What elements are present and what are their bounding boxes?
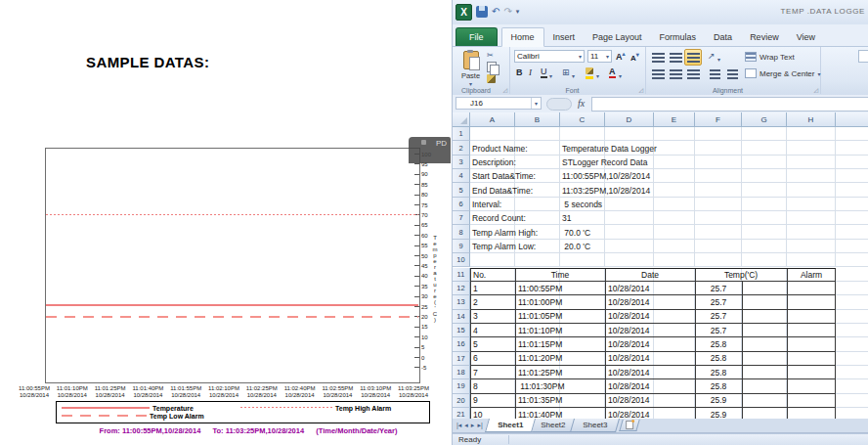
merge-center-button[interactable]: Merge & Center ▾ bbox=[745, 68, 820, 78]
summary-value-cell[interactable]: Temperature Data Logger bbox=[562, 141, 728, 155]
row-header[interactable]: 12 bbox=[453, 282, 470, 295]
table-cell[interactable] bbox=[742, 295, 787, 308]
undo-icon[interactable]: ↶ bbox=[492, 7, 499, 17]
excel-logo-icon[interactable]: X bbox=[456, 4, 472, 21]
table-cell[interactable]: 25.7 bbox=[695, 324, 742, 336]
borders-button[interactable]: ⊞ bbox=[562, 67, 570, 77]
font-size-combo[interactable]: 11 ▾ bbox=[587, 50, 612, 63]
row-header[interactable]: 17 bbox=[453, 352, 470, 366]
summary-value-cell[interactable]: 70.0 'C bbox=[562, 225, 728, 239]
summary-value-cell[interactable]: 31 bbox=[562, 211, 728, 225]
table-cell[interactable] bbox=[742, 394, 787, 407]
table-cell[interactable]: 25.9 bbox=[695, 394, 742, 407]
summary-value-cell[interactable]: 5 seconds bbox=[562, 198, 728, 211]
formula-input[interactable] bbox=[591, 97, 868, 111]
grid-cell[interactable] bbox=[787, 253, 836, 267]
grid-cell[interactable] bbox=[742, 225, 787, 239]
grid-cell[interactable] bbox=[515, 127, 560, 141]
grid-cell[interactable] bbox=[836, 169, 868, 183]
fill-color-button[interactable] bbox=[586, 67, 593, 79]
grid-cell[interactable] bbox=[836, 240, 868, 253]
table-cell[interactable] bbox=[787, 352, 836, 365]
grid-cell[interactable] bbox=[654, 253, 695, 267]
table-cell[interactable]: 10/28/2014 bbox=[605, 324, 698, 336]
row-header[interactable]: 10 bbox=[453, 253, 470, 267]
grid-cell[interactable] bbox=[560, 127, 605, 141]
grid-cell[interactable] bbox=[787, 211, 836, 225]
table-cell[interactable] bbox=[742, 352, 787, 365]
decrease-indent-button[interactable] bbox=[706, 66, 723, 82]
table-cell[interactable] bbox=[787, 366, 836, 378]
table-header-cell[interactable]: Alarm bbox=[787, 269, 836, 281]
sheet-nav-first-icon[interactable]: |◂ bbox=[456, 422, 462, 429]
grid-cell[interactable] bbox=[787, 225, 836, 239]
row-header[interactable]: 2 bbox=[453, 141, 470, 155]
table-cell[interactable]: 5 bbox=[470, 337, 518, 350]
table-cell[interactable]: 11:01:25PM bbox=[515, 366, 608, 378]
paste-dropdown-icon[interactable]: ▾ bbox=[469, 80, 472, 87]
format-painter-icon[interactable] bbox=[487, 74, 496, 83]
table-cell[interactable] bbox=[742, 337, 787, 350]
summary-value-cell[interactable]: 11:00:55PM,10/28/2014 bbox=[562, 169, 728, 183]
borders-dropdown-icon[interactable]: ▾ bbox=[572, 70, 575, 80]
sheet-nav-prev-icon[interactable]: ◂ bbox=[463, 422, 469, 429]
font-size-dropdown-icon[interactable]: ▾ bbox=[606, 53, 609, 60]
table-cell[interactable]: 25.7 bbox=[695, 310, 742, 323]
table-cell[interactable]: 10/28/2014 bbox=[605, 394, 698, 407]
table-cell[interactable]: 11:01:40PM bbox=[515, 408, 608, 419]
grid-cell[interactable] bbox=[470, 253, 515, 267]
font-name-combo[interactable]: Calibri ▾ bbox=[514, 50, 585, 63]
insert-worksheet-button[interactable] bbox=[619, 420, 639, 431]
row-header[interactable]: 14 bbox=[453, 310, 470, 324]
column-header[interactable]: C bbox=[560, 112, 605, 127]
table-cell[interactable] bbox=[787, 295, 836, 308]
table-cell[interactable] bbox=[742, 379, 787, 392]
grid-cell[interactable] bbox=[836, 394, 868, 408]
row-header[interactable]: 16 bbox=[453, 337, 470, 351]
grid-cell[interactable] bbox=[787, 141, 836, 155]
grid-cell[interactable] bbox=[836, 379, 868, 393]
table-cell[interactable]: 10/28/2014 bbox=[605, 352, 698, 365]
font-color-dropdown-icon[interactable]: ▾ bbox=[619, 70, 622, 80]
clipboard-dialog-launcher-icon[interactable]: ◿ bbox=[502, 86, 507, 93]
align-middle-button[interactable] bbox=[667, 49, 684, 66]
align-center-button[interactable] bbox=[667, 66, 684, 82]
shrink-font-button[interactable]: A▾ bbox=[630, 51, 639, 63]
table-cell[interactable] bbox=[742, 282, 787, 294]
grid-cell[interactable] bbox=[742, 240, 787, 253]
align-left-button[interactable] bbox=[649, 66, 667, 82]
table-cell[interactable]: 25.8 bbox=[695, 352, 742, 365]
table-cell[interactable] bbox=[787, 337, 836, 350]
table-cell[interactable]: 2 bbox=[470, 295, 518, 308]
grid-cell[interactable] bbox=[836, 282, 868, 295]
column-header[interactable]: H bbox=[787, 112, 836, 127]
number-format-combo-partial[interactable] bbox=[858, 50, 868, 63]
row-header[interactable]: 3 bbox=[453, 156, 470, 169]
font-dialog-launcher-icon[interactable]: ◿ bbox=[638, 86, 643, 93]
table-cell[interactable] bbox=[742, 408, 787, 419]
grid-cell[interactable] bbox=[836, 198, 868, 211]
table-cell[interactable]: 10/28/2014 bbox=[605, 337, 698, 350]
grid-cell[interactable] bbox=[787, 169, 836, 183]
column-header[interactable]: E bbox=[654, 112, 695, 127]
grid-cell[interactable] bbox=[742, 127, 787, 141]
grid-cell[interactable] bbox=[560, 253, 605, 267]
row-header[interactable]: 4 bbox=[453, 169, 470, 183]
table-cell[interactable]: 25.8 bbox=[695, 337, 742, 350]
column-header[interactable] bbox=[836, 112, 868, 127]
grid-cell[interactable] bbox=[836, 127, 868, 141]
align-top-button[interactable] bbox=[649, 49, 667, 66]
table-cell[interactable]: 11:01:15PM bbox=[515, 337, 608, 350]
sheet-tab-sheet3[interactable]: Sheet3 bbox=[570, 419, 620, 432]
grid-cell[interactable] bbox=[836, 156, 868, 169]
grid-cell[interactable] bbox=[742, 198, 787, 211]
column-header[interactable]: F bbox=[695, 112, 742, 127]
grid-cell[interactable] bbox=[695, 127, 742, 141]
ribbon-tab-file[interactable]: File bbox=[456, 27, 498, 46]
grid-cell[interactable] bbox=[836, 366, 868, 379]
table-cell[interactable]: 10/28/2014 bbox=[605, 295, 698, 308]
grid-cell[interactable] bbox=[787, 240, 836, 253]
ribbon-tab-review[interactable]: Review bbox=[741, 28, 788, 46]
ribbon-tab-insert[interactable]: Insert bbox=[544, 28, 585, 46]
column-header[interactable]: B bbox=[515, 112, 560, 127]
